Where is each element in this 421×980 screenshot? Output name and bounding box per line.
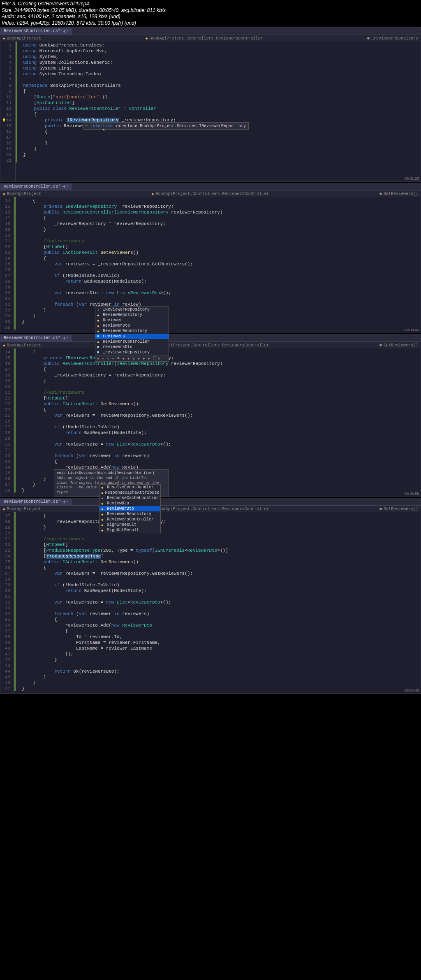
intellisense-popup[interactable]: ⊸IReviewerRepository ◆ReviewRepository ◆… [95,307,169,362]
tab-label: ReviewersController.cs* [4,336,60,340]
csharp-icon: ◆ [3,343,5,348]
intellisense-item[interactable]: ◆ReviewerRepository [95,328,169,334]
field-icon: ■ [97,351,101,355]
close-icon[interactable]: × [66,336,69,340]
breadcrumb-class[interactable]: BookApiProject.Controllers.ReviewersCont… [155,507,269,511]
close-icon[interactable]: × [66,499,69,504]
code-editor[interactable]: 1415161718192021222324252627282930313233… [0,197,421,333]
intellisense-item[interactable]: ■reviewersDto [95,344,169,350]
pin-icon[interactable]: ⊣ [62,499,65,504]
file-tab[interactable]: ReviewersController.cs* ⊣ × [0,499,72,505]
filter-icon[interactable]: ■ [117,356,121,360]
file-tab[interactable]: ReviewersController.cs* ⊣ × [0,335,72,341]
fold-gutter [16,42,21,181]
intellisense-item[interactable]: ◆ReviewersController [95,339,169,344]
change-indicator [14,512,16,691]
method-icon [379,344,382,346]
filter-icon[interactable]: ◆ [148,356,151,360]
class-icon: ◆ [101,512,105,516]
pin-icon[interactable]: ⊣ [62,336,65,341]
close-icon[interactable]: × [66,184,69,189]
file-tab[interactable]: ReviewersController.cs* ⊣ × [0,183,72,190]
intellisense-item-selected[interactable]: ◆ReviewerDto [99,506,160,511]
filter-icon[interactable]: ◆ [138,356,141,360]
breadcrumb-project[interactable]: BookApiProject [7,343,41,348]
fold-gutter [14,348,20,497]
change-indicator [16,42,17,163]
intellisense-item[interactable]: ◆SignOutResult [99,527,160,533]
intellisense-item[interactable]: ◆Reviewer [95,318,169,323]
breadcrumb-class[interactable]: BookApiProject.Controllers.ReviewersCont… [155,192,269,196]
method-icon [379,193,382,195]
class-icon: ◆ [101,523,105,527]
breadcrumb-member[interactable]: GetReviewers() [384,192,418,196]
class-icon: ◆ [101,507,105,511]
code-area[interactable]: using BookApiProject.Services; using Mic… [21,42,421,181]
breadcrumb-project[interactable]: BookApiProject [7,507,41,511]
breadcrumb-member[interactable]: _reviewerRepository [371,36,418,41]
class-icon: ◆ [97,324,101,328]
intellisense-item[interactable]: ◆ResponseCacheAttribute [99,490,160,495]
intellisense-item[interactable]: ⊸IReviewerRepository [95,307,169,312]
filter-icon[interactable]: ⊡ [158,356,162,360]
file-tab[interactable]: ReviewersController.cs* ⊣ × [0,28,72,35]
filter-icon[interactable]: ◆ [97,356,101,360]
filter-icon[interactable]: {} [153,356,157,360]
local-icon: ■ [97,334,101,339]
breadcrumb-class[interactable]: BookApiProject.Controllers.ReviewersCont… [149,36,263,41]
method-icon [379,508,382,510]
intellisense-popup[interactable]: ◆ResolveEventHandler ◆ResponseCacheAttri… [99,484,161,533]
filter-icon[interactable]: ◆ [123,356,126,360]
breadcrumb-class[interactable]: BookApiProject.Controllers.ReviewersCont… [155,343,269,348]
intellisense-item[interactable]: ◆ReviewerRepository [99,511,160,517]
meta-audio: Audio: aac, 44100 Hz, 2 channels, s16, 1… [2,14,419,20]
tab-bar: ReviewersController.cs* ⊣ × [0,498,421,506]
editor-panel-2: ReviewersController.cs* ⊣ × ◆BookApiProj… [0,183,421,333]
breadcrumb-member[interactable]: GetReviewers() [384,343,418,348]
pin-icon[interactable]: ⊣ [62,184,65,189]
pin-icon[interactable]: ⊣ [62,29,65,34]
intellisense-item-selected[interactable]: ■reviewers [95,334,169,339]
intellisense-item[interactable]: ▸ResponseCacheLocation [99,495,160,501]
intellisense-item[interactable]: ◆ReviewRepository [95,312,169,318]
breadcrumb-project[interactable]: BookApiProject [7,36,41,41]
close-icon[interactable]: × [66,29,69,33]
local-icon: ■ [97,345,101,349]
breadcrumb-member[interactable]: GetReviewers() [384,507,418,511]
intellisense-item[interactable]: ◆ResolveEventHandler [99,485,160,490]
editor-panel-4: ReviewersController.cs* ⊣ × ◆BookApiProj… [0,498,421,694]
breadcrumb: ◆ BookApiProject ◆ BookApiProject.Contro… [0,35,421,42]
filter-icon[interactable]: ◆ [143,356,146,360]
intellisense-item[interactable]: ◆ReviewerDto [95,323,169,328]
filter-icon[interactable]: ◇ [107,356,111,360]
csharp-icon: ◆ [3,192,5,196]
filter-icon[interactable]: ▸ [102,356,106,360]
filter-icon[interactable]: ⊸ [112,356,116,360]
tab-label: ReviewersController.cs* [4,184,60,189]
intellisense-item[interactable]: ◆ReviewersController [99,517,160,522]
lightbulb-icon[interactable]: 💡 [2,118,6,122]
code-editor[interactable]: 1718192021222324252627282930313233343536… [0,512,421,693]
meta-size: Size: 34449870 bytes (32.85 MiB), durati… [2,7,419,14]
change-indicator [14,197,16,330]
tab-bar: ReviewersController.cs* ⊣ × [0,28,421,35]
tab-bar: ReviewersController.cs* ⊣ × [0,334,421,342]
line-gutter: 1415161718192021222324252627282930313233… [0,348,14,497]
intellisense-item[interactable]: ◆SignInResult [99,522,160,527]
line-gutter: 1718192021222324252627282930313233343536… [0,512,14,693]
breadcrumb-project[interactable]: BookApiProject [7,192,41,196]
type-tooltip: ⊸ interface interface BookApiProject.Ser… [83,122,249,130]
filter-icon[interactable]: ◆ [127,356,131,360]
class-icon: ◆ [146,36,148,41]
intellisense-item[interactable]: ■_reviewerRepository [95,350,169,355]
video-metadata: File: 3. Creating GetReviewers API.mp4 S… [0,0,421,27]
code-area[interactable]: { _reviewerRepository = reviewerReposito… [20,512,421,693]
filter-icon[interactable]: □ [163,356,167,360]
code-editor[interactable]: 12345678910111213💡1415161718192021 using… [0,42,421,181]
change-indicator [14,348,16,492]
class-icon: ◆ [101,528,105,532]
code-editor[interactable]: 1415161718192021222324252627282930313233… [0,348,421,497]
intellisense-item[interactable]: ◆ReviewDto [99,501,160,506]
code-area[interactable]: { private IReviewerRepository _reviewerR… [20,197,421,333]
filter-icon[interactable]: ⊡ [132,356,136,360]
